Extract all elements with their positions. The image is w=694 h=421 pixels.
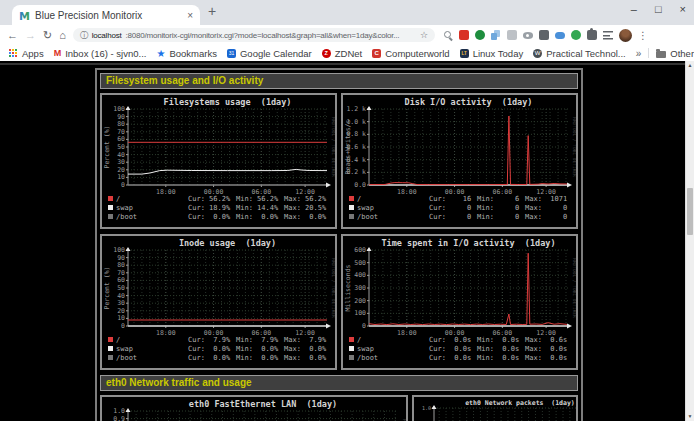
page-scrollbar[interactable]: ▲ ▼	[685, 61, 694, 421]
svg-text:Cur: 18.9%: Cur: 18.9%	[188, 204, 231, 212]
svg-text:/boot: /boot	[116, 213, 137, 221]
svg-text:RRDTOOL / TOBI OETIKER: RRDTOOL / TOBI OETIKER	[331, 258, 335, 318]
svg-text:Cur: 0.0%: Cur: 0.0%	[188, 354, 231, 362]
svg-text:Cur: 0: Cur: 0	[429, 204, 471, 212]
svg-text:100: 100	[113, 105, 125, 113]
svg-text:Cur: 0.0s: Cur: 0.0s	[429, 336, 471, 344]
forward-icon: →	[25, 30, 36, 41]
eye-extension-icon[interactable]	[523, 32, 533, 39]
chart-filesystems-usage[interactable]: 010203040506070809010018:0000:0006:0012:…	[100, 93, 337, 229]
bookmark-inbox[interactable]: M Inbox (16) - sjvn0...	[54, 48, 147, 59]
site-info-icon[interactable]: ⓘ	[80, 30, 88, 41]
chart-time-spent-io[interactable]: 010020030040050060018:0000:0006:0012:00M…	[341, 234, 578, 370]
svg-text:Max: 0.0%: Max: 0.0%	[284, 345, 327, 353]
svg-text:Max: 20.5%: Max: 20.5%	[284, 204, 327, 212]
svg-text:Max: 0.0%: Max: 0.0%	[284, 213, 327, 221]
bookmark-google-calendar[interactable]: 31 Google Calendar	[227, 48, 312, 59]
bookmark-star-icon[interactable]: ☆	[420, 30, 428, 40]
window-maximize-button[interactable]: □	[655, 2, 662, 16]
scrollbar-down-icon[interactable]: ▼	[686, 412, 694, 421]
svg-text:Time spent in I/O activity (1: Time spent in I/O activity (1day)	[382, 238, 556, 248]
browser-menu-icon[interactable]: ⋮	[638, 30, 648, 41]
new-tab-button[interactable]: +	[208, 3, 216, 19]
home-icon[interactable]: ⌂	[59, 30, 66, 41]
svg-text:Cur: 56.2%: Cur: 56.2%	[188, 195, 231, 203]
svg-text:swap: swap	[357, 204, 374, 212]
svg-text:Min: 0: Min: 0	[477, 204, 519, 212]
svg-text:0.9: 0.9	[113, 415, 125, 421]
search-extension-icon[interactable]	[443, 30, 453, 40]
svg-text:600: 600	[354, 246, 366, 254]
profile-avatar[interactable]	[619, 29, 632, 42]
svg-text:50: 50	[117, 284, 125, 292]
blue-messenger-extension-icon[interactable]	[555, 32, 565, 39]
tab-strip: M Blue Precision Monitorix × + – □ ×	[0, 0, 694, 25]
svg-text:/: /	[116, 195, 120, 203]
chart-inode-usage[interactable]: 010203040506070809010018:0000:0006:0012:…	[100, 234, 337, 370]
gray-card-extension-icon[interactable]	[507, 30, 517, 40]
svg-text:18:00: 18:00	[156, 188, 176, 196]
svg-text:Min: 56.2%: Min: 56.2%	[236, 195, 279, 203]
svg-text:Max: 0.0%: Max: 0.0%	[284, 354, 327, 362]
reload-icon[interactable]: ↻	[43, 30, 52, 41]
svg-text:Filesystems usage (1day): Filesystems usage (1day)	[164, 97, 292, 107]
svg-text:Percent (%): Percent (%)	[103, 266, 111, 309]
bookmark-bookmarks[interactable]: ★ Bookmarks	[156, 48, 216, 59]
mail-checker-extension-icon[interactable]	[459, 30, 469, 40]
extensions-puzzle-icon[interactable]	[587, 30, 597, 40]
bookmark-computerworld[interactable]: C Computerworld	[372, 48, 449, 59]
tab-close-icon[interactable]: ×	[187, 10, 193, 21]
svg-text:Max: 0: Max: 0	[525, 204, 567, 212]
browser-tab[interactable]: M Blue Precision Monitorix ×	[12, 5, 200, 25]
svg-text:18:00: 18:00	[156, 329, 176, 337]
window-close-button[interactable]: ×	[680, 2, 686, 16]
section-header-filesystem: Filesystem usage and I/O activity	[100, 73, 578, 89]
tab-list-icon[interactable]	[603, 30, 613, 40]
bookmarks-bar: Apps M Inbox (16) - sjvn0... ★ Bookmarks…	[0, 45, 694, 61]
chart-disk-io-activity[interactable]: 0.00.2 k0.4 k0.6 k0.8 k1.0 k1.2 k18:0000…	[341, 93, 578, 229]
bookmark-zdnet[interactable]: Z ZDNet	[322, 48, 362, 59]
bookmark-label: Practical Technol...	[546, 48, 626, 59]
svg-text:RRDTOOL / TOBI OETIKER: RRDTOOL / TOBI OETIKER	[572, 117, 576, 177]
bookmark-label: Bookmarks	[169, 48, 217, 59]
window-minimize-button[interactable]: –	[631, 2, 637, 16]
wordpress-icon: W	[533, 49, 542, 58]
svg-text:Cur: 0.0%: Cur: 0.0%	[188, 345, 231, 353]
green-status-extension-icon[interactable]	[571, 30, 581, 40]
browser-toolbar: ← → ↻ ⌂ ⓘ localhost:8080/monitorix-cgi/m…	[0, 25, 694, 45]
svg-text:Cur: 0.0s: Cur: 0.0s	[429, 345, 471, 353]
bookmark-label: Google Calendar	[240, 48, 312, 59]
monitorix-favicon: M	[19, 10, 30, 21]
svg-text:Min: 0.0s: Min: 0.0s	[477, 336, 519, 344]
url-host: localhost	[92, 31, 122, 40]
chart-eth0-traffic[interactable]: 1.00.9RRDTOOL / TOBI OETIKEReth0 FastEth…	[100, 395, 408, 421]
svg-text:100: 100	[113, 246, 125, 254]
pages-extension-icon[interactable]	[491, 30, 501, 40]
bookmark-label: Linux Today	[473, 48, 524, 59]
bookmarks-overflow-chevron[interactable]: »	[636, 48, 642, 59]
chart-eth0-packets[interactable]: 1.0/seth0 Network packets (1day)	[412, 395, 578, 421]
green-share-extension-icon[interactable]	[475, 30, 485, 40]
svg-text:300: 300	[354, 284, 366, 292]
bookmark-apps[interactable]: Apps	[8, 48, 44, 59]
svg-text:Min: 0: Min: 0	[477, 213, 519, 221]
svg-text:70: 70	[117, 128, 125, 136]
svg-text:/: /	[116, 336, 120, 344]
url-bar[interactable]: ⓘ localhost:8080/monitorix-cgi/monitorix…	[73, 28, 435, 42]
svg-text:500: 500	[354, 259, 366, 267]
svg-text:Max: 0.6s: Max: 0.6s	[525, 336, 567, 344]
svg-text:Max: 0.0s: Max: 0.0s	[525, 345, 567, 353]
scrollbar-up-icon[interactable]: ▲	[686, 61, 694, 70]
back-icon[interactable]: ←	[7, 30, 18, 41]
bookmark-label: Inbox (16) - sjvn0...	[65, 48, 146, 59]
page-content: Filesystem usage and I/O activity 010203…	[0, 61, 694, 421]
scrollbar-thumb[interactable]	[687, 188, 693, 235]
svg-text:Max: 0.0s: Max: 0.0s	[525, 354, 567, 362]
bookmark-practical-tech[interactable]: W Practical Technol...	[533, 48, 626, 59]
other-bookmarks[interactable]: Other bookmarks	[656, 48, 694, 59]
svg-text:M: M	[19, 10, 30, 21]
bookmark-linux-today[interactable]: LT Linux Today	[460, 48, 524, 59]
svg-text:RRDTOOL / TOBI OETIKER: RRDTOOL / TOBI OETIKER	[572, 258, 576, 318]
dark-app-extension-icon[interactable]	[539, 30, 549, 40]
svg-text:Cur: 16: Cur: 16	[429, 195, 471, 203]
